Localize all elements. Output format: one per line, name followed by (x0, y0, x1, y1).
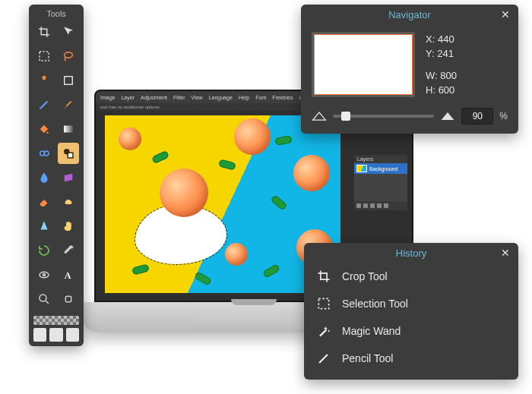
menu-item[interactable]: Image (100, 95, 115, 100)
zoom-in-icon[interactable] (440, 111, 455, 121)
paint-bucket-icon[interactable] (33, 118, 55, 140)
pencil-icon[interactable] (33, 94, 55, 115)
frame-icon[interactable] (58, 70, 79, 91)
layers-panel: Layers Background (354, 155, 407, 210)
menu-item[interactable]: Help (239, 95, 249, 100)
zoom-icon[interactable] (33, 288, 55, 310)
blur-drop-icon[interactable] (33, 167, 55, 188)
marquee-icon (316, 296, 331, 311)
layout-mode-1[interactable] (33, 328, 46, 342)
marquee-icon[interactable] (33, 46, 55, 67)
hand-icon[interactable] (58, 216, 79, 237)
lasso-icon[interactable] (58, 46, 79, 67)
sharpen-icon[interactable] (33, 216, 55, 237)
tools-panel: Tools A (29, 5, 84, 346)
artwork-rose (160, 169, 208, 217)
layout-mode-buttons (29, 325, 84, 342)
svg-rect-7 (68, 153, 73, 158)
pencil-icon (316, 351, 331, 366)
menu-item[interactable]: Layer (121, 95, 135, 100)
redeye-icon[interactable] (33, 264, 55, 285)
zoom-slider[interactable] (333, 115, 434, 118)
svg-point-9 (43, 274, 46, 276)
crop-icon[interactable] (33, 21, 55, 43)
coord-w-label: W: (426, 70, 438, 81)
shapes-icon[interactable] (58, 143, 79, 164)
coord-y-value: 241 (437, 48, 454, 59)
layer-name: Background (369, 166, 397, 172)
zoom-slider-thumb[interactable] (341, 112, 350, 121)
svg-point-1 (65, 52, 73, 58)
navigator-preview[interactable] (312, 32, 415, 97)
history-panel: History ✕ Crop Tool Selection Tool Magic… (304, 243, 518, 380)
svg-rect-0 (40, 52, 49, 61)
svg-text:A: A (65, 270, 71, 281)
menu-item[interactable]: Language (209, 95, 233, 100)
eraser-icon[interactable] (33, 191, 55, 213)
svg-rect-13 (318, 298, 328, 308)
artwork-leaf (194, 271, 212, 286)
svg-rect-12 (65, 296, 71, 302)
clone-stamp-icon[interactable] (33, 143, 55, 164)
coord-w-value: 800 (440, 70, 457, 81)
menu-item[interactable]: Font (255, 95, 266, 100)
history-item-pencil[interactable]: Pencil Tool (304, 345, 518, 372)
history-item-crop[interactable]: Crop Tool (304, 263, 518, 290)
magic-wand-icon[interactable] (33, 70, 55, 91)
text-icon[interactable]: A (58, 264, 79, 285)
zoom-out-icon[interactable] (312, 111, 327, 121)
layers-panel-footer (354, 201, 407, 210)
artwork-leaf (151, 150, 169, 164)
navigator-coords: X: 440 Y: 241 W: 800 H: 600 (426, 32, 457, 97)
history-title: History (396, 247, 426, 259)
close-icon[interactable]: ✕ (499, 8, 512, 21)
layer-row-background[interactable]: Background (354, 163, 407, 174)
close-icon[interactable]: ✕ (499, 246, 512, 260)
history-item-magic-wand[interactable]: Magic Wand (304, 317, 518, 345)
brush-icon[interactable] (58, 94, 79, 115)
artwork-leaf (131, 263, 150, 275)
coord-x-label: X: (426, 33, 435, 45)
rotate-icon[interactable] (33, 240, 55, 261)
svg-rect-3 (64, 126, 73, 133)
move-icon[interactable] (58, 21, 79, 43)
layer-thumbnail (356, 165, 367, 172)
zoom-value-input[interactable]: 90 (461, 108, 493, 125)
layout-mode-3[interactable] (66, 328, 79, 342)
layout-mode-2[interactable] (49, 328, 62, 342)
history-item-label: Pencil Tool (342, 352, 393, 364)
magic-wand-icon (316, 323, 331, 339)
navigator-viewport-rect (315, 35, 412, 94)
artwork-leaf (274, 135, 292, 146)
zoom-percent-label: % (499, 111, 508, 121)
navigator-title: Navigator (388, 9, 431, 20)
sponge-icon[interactable] (58, 167, 79, 188)
menu-item[interactable]: Filter (173, 95, 185, 100)
history-item-label: Selection Tool (342, 298, 408, 310)
history-item-label: Magic Wand (342, 325, 401, 337)
layers-panel-title: Layers (354, 155, 407, 163)
crop-icon (316, 269, 331, 284)
artwork-leaf (270, 194, 287, 211)
artwork-rose (293, 155, 330, 191)
artwork-leaf (262, 263, 280, 279)
tool-grid: A (29, 21, 84, 313)
eyedropper-icon[interactable] (58, 240, 79, 261)
menu-item[interactable]: Freebies (272, 95, 293, 100)
foreground-background-swatch[interactable] (33, 316, 79, 325)
menu-item[interactable]: Adjustment (141, 95, 167, 100)
navigator-panel: Navigator ✕ X: 440 Y: 241 W: 800 H: 600 … (301, 5, 518, 134)
gradient-icon[interactable] (58, 118, 79, 140)
laptop-hinge (231, 299, 277, 305)
healing-icon[interactable] (58, 288, 79, 310)
menu-item[interactable]: View (192, 95, 203, 100)
history-item-selection[interactable]: Selection Tool (304, 290, 518, 317)
coord-x-value: 440 (438, 33, 454, 45)
history-item-label: Crop Tool (342, 270, 388, 282)
svg-point-11 (40, 295, 46, 301)
coord-h-label: H: (426, 84, 435, 96)
smudge-icon[interactable] (58, 191, 79, 213)
artwork-rose (234, 118, 271, 155)
artwork-rose (119, 128, 141, 150)
tools-panel-title: Tools (29, 5, 84, 21)
